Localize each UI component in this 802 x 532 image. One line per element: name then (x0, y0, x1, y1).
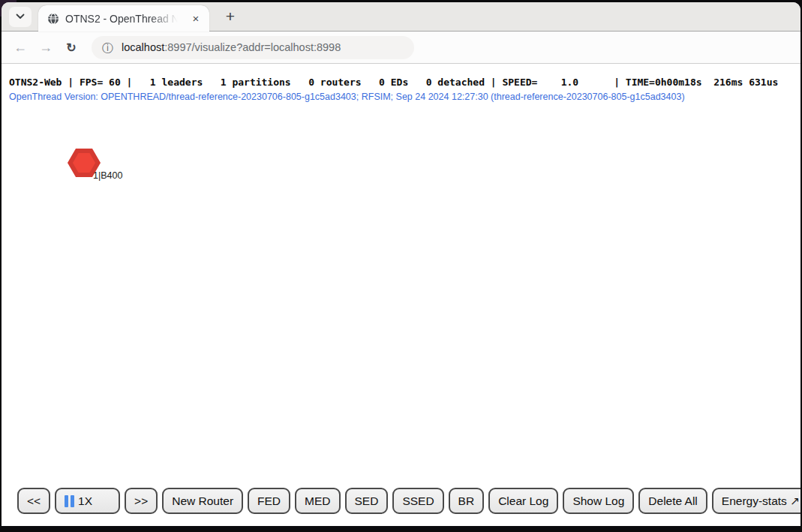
forward-icon[interactable]: → (35, 36, 57, 59)
url-path: :8997/visualize?addr=localhost:8998 (164, 41, 341, 53)
toolbar-button-label: Energy-stats ↗ (722, 494, 800, 508)
toolbar-button-med[interactable]: MED (295, 488, 340, 514)
toolbar-button-energy-stats[interactable]: Energy-stats ↗ (712, 488, 800, 514)
toolbar-button-show-log[interactable]: Show Log (563, 488, 634, 514)
toolbar-button-label: 1X (78, 494, 92, 508)
toolbar-button-sed[interactable]: SED (345, 488, 389, 514)
tab-list-chevron-button[interactable] (9, 7, 32, 27)
browser-tab-bar: OTNS2 - OpenThread Ne × + (2, 2, 800, 32)
toolbar-button-label: FED (257, 494, 281, 508)
toolbar-button-label: Clear Log (498, 494, 548, 508)
new-tab-button[interactable]: + (220, 6, 241, 27)
address-bar[interactable]: ⓘ localhost:8997/visualize?addr=localhos… (92, 36, 414, 59)
toolbar-button-label: MED (305, 494, 330, 508)
toolbar-button-delete-all[interactable]: Delete All (638, 488, 707, 514)
url-host: localhost (122, 41, 164, 53)
globe-favicon-icon (47, 13, 59, 25)
url-text: localhost:8997/visualize?addr=localhost:… (122, 41, 341, 53)
toolbar-button-label: SED (355, 494, 379, 508)
openthread-version-line: OpenThread Version: OPENTHREAD/thread-re… (9, 92, 685, 102)
page-info-icon[interactable]: ⓘ (102, 42, 113, 53)
bottom-toolbar: <<1X>>New RouterFEDMEDSEDSSEDBRClear Log… (17, 488, 800, 514)
toolbar-button-clear-log[interactable]: Clear Log (488, 488, 558, 514)
tab-title: OTNS2 - OpenThread Ne (65, 13, 182, 25)
browser-window: OTNS2 - OpenThread Ne × + ← → ↻ ⓘ localh… (2, 2, 800, 526)
toolbar-button-label: << (27, 494, 41, 508)
toolbar-button-ssed[interactable]: SSED (392, 488, 443, 514)
simulation-canvas: OTNS2-Web | FPS= 60 | 1 leaders 1 partit… (2, 64, 800, 526)
toolbar-button-new-router[interactable]: New Router (162, 488, 243, 514)
toolbar-button-1x[interactable]: 1X (55, 488, 120, 514)
simulator-status-line: OTNS2-Web | FPS= 60 | 1 leaders 1 partit… (9, 77, 778, 88)
toolbar-button-[interactable]: >> (125, 488, 158, 514)
node-label: 1|B400 (93, 170, 122, 181)
browser-nav-bar: ← → ↻ ⓘ localhost:8997/visualize?addr=lo… (2, 32, 800, 64)
toolbar-button-label: BR (458, 494, 475, 508)
back-icon[interactable]: ← (9, 36, 32, 59)
pause-icon (65, 495, 74, 507)
toolbar-button-fed[interactable]: FED (248, 488, 290, 514)
toolbar-button-label: >> (134, 494, 148, 508)
toolbar-button-label: SSED (402, 494, 434, 508)
chevron-down-icon (16, 14, 25, 20)
reload-icon[interactable]: ↻ (60, 36, 83, 59)
browser-tab-active[interactable]: OTNS2 - OpenThread Ne × (38, 5, 209, 32)
toolbar-button-label: Show Log (572, 494, 624, 508)
toolbar-button-label: New Router (172, 494, 233, 508)
toolbar-button-label: Delete All (648, 494, 697, 508)
toolbar-button-[interactable]: << (17, 488, 50, 514)
toolbar-button-br[interactable]: BR (449, 488, 485, 514)
tab-close-icon[interactable]: × (188, 11, 203, 26)
